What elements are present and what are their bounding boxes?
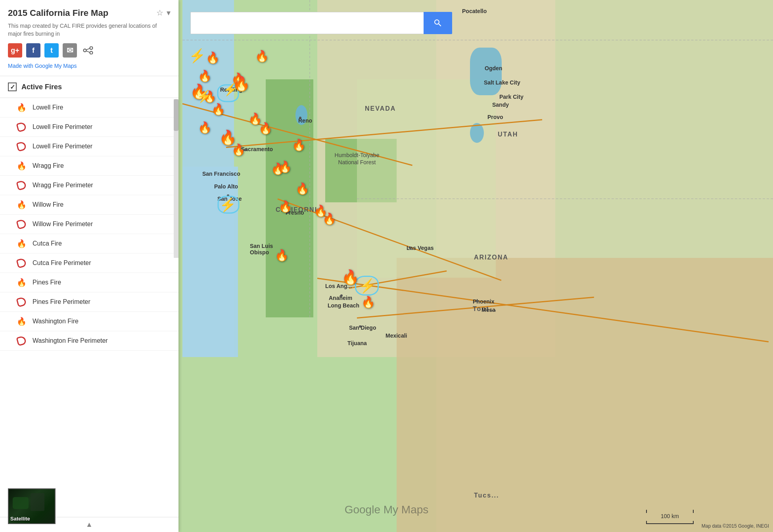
svg-point-2	[84, 49, 86, 52]
mesa-label: Mesa	[481, 307, 495, 313]
layer-item[interactable]: Washington Fire Perimeter	[0, 331, 178, 351]
fire-icon: 🔥	[16, 199, 27, 210]
fire-marker-3[interactable]: 🔥	[198, 69, 212, 83]
search-bar	[190, 12, 452, 34]
sidebar: 2015 California Fire Map ☆ ▾ This map cr…	[0, 0, 178, 532]
layer-label: Lowell Fire Perimeter	[33, 123, 92, 131]
longbeach-label: Long Beach	[328, 302, 359, 309]
fire-marker-10[interactable]: 🔥	[198, 121, 212, 134]
perimeter-icon	[16, 180, 27, 191]
share-button[interactable]	[81, 43, 95, 58]
fire-marker-1[interactable]: 🔥	[206, 51, 220, 64]
made-with-link[interactable]: Made with Google My Maps	[8, 63, 77, 69]
layer-item[interactable]: 🔥Wragg Fire	[0, 156, 178, 176]
satellite-label: Satellite	[10, 516, 30, 522]
map-attribution: Map data ©2015 Google, INEGI	[702, 523, 769, 529]
storm-marker-4[interactable]: ⚡	[219, 197, 236, 213]
fire-marker-14[interactable]: 🔥	[292, 138, 306, 152]
title-actions: ☆ ▾	[156, 8, 171, 17]
fire-marker-21[interactable]: 🔥	[275, 249, 289, 262]
layers-section[interactable]: Active Fires 🔥Lowell FireLowell Fire Per…	[0, 76, 178, 517]
perimeter-icon	[16, 257, 27, 269]
layer-item[interactable]: 🔥Pines Fire	[0, 273, 178, 292]
layer-item[interactable]: 🔥Cutca Fire	[0, 234, 178, 254]
fire-marker-20[interactable]: 🔥	[322, 212, 336, 225]
layer-label: Lowell Fire Perimeter	[33, 143, 92, 150]
tijuana-label: Tijuana	[347, 340, 367, 346]
sidebar-header: 2015 California Fire Map ☆ ▾ This map cr…	[0, 0, 178, 76]
layer-item[interactable]: Lowell Fire Perimeter	[0, 117, 178, 137]
satellite-thumbnail[interactable]: Satellite	[8, 488, 56, 524]
storm-marker-5[interactable]: ⚡	[359, 278, 376, 294]
storm-marker-3[interactable]: ⚡	[197, 89, 211, 103]
storm-marker-1[interactable]: ⚡	[189, 48, 205, 63]
scale-bar: 100 km	[646, 513, 694, 524]
layer-label: Lowell Fire	[33, 104, 63, 111]
sidebar-scrollbar[interactable]	[174, 99, 178, 258]
layer-item[interactable]: Pines Fire Perimeter	[0, 292, 178, 312]
tucs-label: Tucs...	[474, 492, 499, 499]
fire-icon: 🔥	[16, 316, 27, 327]
facebook-button[interactable]: f	[26, 43, 40, 58]
slo-label: San LuisObispo	[250, 243, 273, 255]
layer-label: Cutca Fire	[33, 240, 62, 247]
layer-label: Washington Fire	[33, 318, 79, 325]
svg-line-3	[86, 48, 90, 50]
layer-label: Wragg Fire Perimeter	[33, 182, 93, 189]
google-maps-watermark: Google My Maps	[345, 503, 429, 516]
paloalto-label: Palo Alto	[214, 183, 238, 190]
svg-point-0	[90, 47, 93, 50]
fire-marker-11[interactable]: 🔥	[259, 122, 272, 135]
active-fires-checkbox[interactable]	[8, 83, 17, 91]
fire-marker-23[interactable]: 🔥	[361, 296, 375, 309]
sandy-label: Sandy	[492, 102, 509, 108]
map-description: This map created by CAL FIRE provides ge…	[8, 22, 171, 38]
fire-marker-17[interactable]: 🔥	[295, 182, 309, 195]
layer-item[interactable]: 🔥Washington Fire	[0, 312, 178, 331]
fire-icon: 🔥	[16, 160, 27, 171]
layer-item[interactable]: Willow Fire Perimeter	[0, 215, 178, 234]
star-icon[interactable]: ☆	[156, 8, 163, 17]
pocatello-label: Pocatello	[462, 8, 487, 14]
ogden-label: Ogden	[485, 65, 502, 71]
layer-item[interactable]: Wragg Fire Perimeter	[0, 176, 178, 195]
fire-marker-2[interactable]: 🔥	[255, 50, 269, 63]
layer-label: Washington Fire Perimeter	[33, 337, 108, 344]
fire-marker-18[interactable]: 🔥	[278, 200, 292, 213]
twitter-button[interactable]: t	[44, 43, 59, 58]
layer-item[interactable]: Lowell Fire Perimeter	[0, 137, 178, 156]
perimeter-icon	[16, 141, 27, 152]
email-button[interactable]: ✉	[63, 43, 77, 58]
svg-point-1	[90, 52, 93, 54]
sidebar-scrollbar-thumb[interactable]	[174, 99, 178, 131]
perimeter-icon	[16, 219, 27, 230]
arizona-label: ARIZONA	[474, 254, 508, 261]
utah-label: UTAH	[498, 131, 518, 138]
fire-icon: 🔥	[16, 102, 27, 113]
layer-item[interactable]: Cutca Fire Perimeter	[0, 254, 178, 273]
active-fires-header[interactable]: Active Fires	[0, 76, 178, 98]
title-row: 2015 California Fire Map ☆ ▾	[8, 8, 171, 18]
fire-icon: 🔥	[16, 277, 27, 288]
layer-label: Willow Fire Perimeter	[33, 221, 93, 228]
google-plus-button[interactable]: g+	[8, 43, 22, 58]
layer-label: Wragg Fire	[33, 162, 64, 169]
chevron-down-icon[interactable]: ▾	[167, 8, 171, 17]
fire-marker-8[interactable]: 🔥	[211, 103, 225, 116]
slc-label: Salt Lake City	[484, 79, 520, 86]
social-row: g+ f t ✉	[8, 43, 171, 58]
sandiego-label: San Diego	[349, 325, 376, 331]
fire-marker-22[interactable]: 🔥	[341, 269, 359, 286]
search-input[interactable]	[190, 12, 424, 34]
fire-marker-13[interactable]: 🔥	[232, 143, 246, 156]
layer-item[interactable]: 🔥Willow Fire	[0, 195, 178, 215]
storm-marker-2[interactable]: ⚡	[223, 83, 238, 96]
layer-label: Pines Fire Perimeter	[33, 298, 90, 305]
forest-label: Humboldt-ToiyabeNational Forest	[331, 152, 383, 166]
fire-marker-16[interactable]: 🔥	[278, 160, 292, 173]
search-button[interactable]	[424, 12, 452, 34]
layer-label: Willow Fire	[33, 201, 63, 208]
layer-item[interactable]: 🔥Lowell Fire	[0, 98, 178, 117]
provo-label: Provo	[487, 114, 503, 120]
svg-line-4	[86, 51, 90, 53]
